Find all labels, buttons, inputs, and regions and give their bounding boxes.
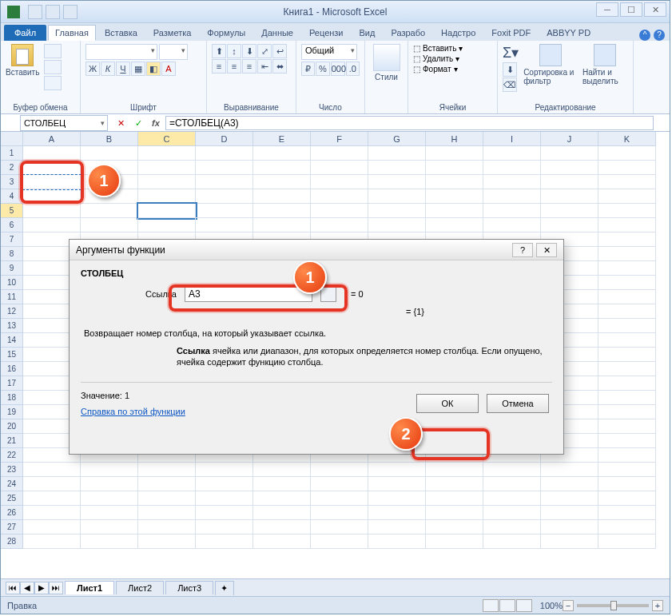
cell[interactable] [598,319,656,333]
cell[interactable] [196,477,253,491]
sort-filter-button[interactable]: Сортировка и фильтр [523,44,578,85]
align-middle-icon[interactable]: ↕ [227,44,241,58]
cell[interactable] [253,146,311,161]
cell[interactable] [541,477,598,491]
cell[interactable] [483,491,541,506]
cell[interactable] [483,520,541,535]
underline-button[interactable]: Ч [116,62,130,76]
cell[interactable] [598,362,656,376]
cell[interactable] [81,463,138,477]
align-right-icon[interactable]: ≡ [242,59,256,74]
col-header-E[interactable]: E [253,132,311,146]
cell[interactable] [368,175,426,189]
cell[interactable] [196,491,253,506]
cell[interactable] [598,506,656,520]
align-center-icon[interactable]: ≡ [227,59,241,74]
cell[interactable] [23,491,81,506]
cell[interactable] [253,204,311,218]
cell[interactable] [368,477,426,491]
cell[interactable] [81,204,138,218]
ok-button[interactable]: ОК [416,394,479,413]
row-header-28[interactable]: 28 [1,535,23,549]
cell[interactable] [426,161,483,175]
cell[interactable] [196,520,253,535]
cell[interactable] [541,175,598,189]
dialog-close-button[interactable]: ✕ [536,243,557,257]
cell[interactable] [23,520,81,535]
cell[interactable] [541,189,598,204]
cell[interactable] [23,477,81,491]
clear-icon[interactable]: ⌫ [503,77,517,92]
cell[interactable] [368,218,426,232]
formula-input[interactable] [165,116,654,130]
cell[interactable] [598,463,656,477]
cell[interactable] [483,477,541,491]
cell[interactable] [541,218,598,232]
row-header-21[interactable]: 21 [1,434,23,448]
row-header-13[interactable]: 13 [1,319,23,333]
row-header-19[interactable]: 19 [1,405,23,419]
align-left-icon[interactable]: ≡ [212,59,226,74]
cell[interactable] [81,535,138,549]
cell[interactable] [598,276,656,290]
cell[interactable] [138,218,196,232]
cell[interactable] [253,506,311,520]
align-bottom-icon[interactable]: ⬇ [242,44,256,58]
help-icon[interactable]: ? [654,30,665,41]
col-header-G[interactable]: G [368,132,426,146]
sheet-nav-next[interactable]: ▶ [34,582,49,594]
row-header-8[interactable]: 8 [1,247,23,261]
cell[interactable] [598,175,656,189]
cell[interactable] [138,477,196,491]
cell[interactable] [253,535,311,549]
cell[interactable] [483,218,541,232]
cell[interactable] [23,463,81,477]
row-header-22[interactable]: 22 [1,448,23,463]
fill-color-button[interactable]: ◧ [146,62,161,76]
tab-view[interactable]: Вид [352,25,383,41]
row-header-26[interactable]: 26 [1,506,23,520]
cell[interactable] [483,175,541,189]
cell[interactable] [426,520,483,535]
cell[interactable] [311,477,368,491]
cell[interactable] [23,218,81,232]
tab-dev[interactable]: Разрабо [384,25,432,41]
wrap-text-icon[interactable]: ↩ [272,44,287,58]
cell[interactable] [368,520,426,535]
cell[interactable] [598,304,656,319]
comma-icon[interactable]: 000 [331,62,345,76]
cell[interactable] [483,463,541,477]
tab-data[interactable]: Данные [254,25,300,41]
cell[interactable] [598,535,656,549]
cell[interactable] [138,506,196,520]
cell[interactable] [426,175,483,189]
tab-file[interactable]: Файл [4,25,46,41]
cancel-formula-icon[interactable]: ✕ [113,116,129,130]
merge-icon[interactable]: ⬌ [272,59,287,74]
sheet-nav-last[interactable]: ⏭ [49,582,63,594]
cell[interactable] [541,535,598,549]
cell[interactable] [368,204,426,218]
cell[interactable] [138,146,196,161]
cell[interactable] [368,161,426,175]
row-header-16[interactable]: 16 [1,362,23,376]
col-header-F[interactable]: F [311,132,368,146]
cell[interactable] [196,535,253,549]
cell[interactable] [138,204,196,218]
cell[interactable] [426,146,483,161]
cell[interactable] [81,146,138,161]
close-button[interactable]: ✕ [644,2,666,17]
col-header-B[interactable]: B [81,132,138,146]
sheet-tab-3[interactable]: Лист3 [165,581,213,594]
cell[interactable] [311,506,368,520]
cell[interactable] [253,189,311,204]
cell[interactable] [368,535,426,549]
cell[interactable] [253,477,311,491]
cell[interactable] [138,463,196,477]
cell[interactable] [483,146,541,161]
cell[interactable] [311,491,368,506]
fx-icon[interactable]: fx [148,116,164,130]
paste-button[interactable]: Вставить [6,44,39,77]
cell[interactable] [196,161,253,175]
cell[interactable] [598,261,656,276]
